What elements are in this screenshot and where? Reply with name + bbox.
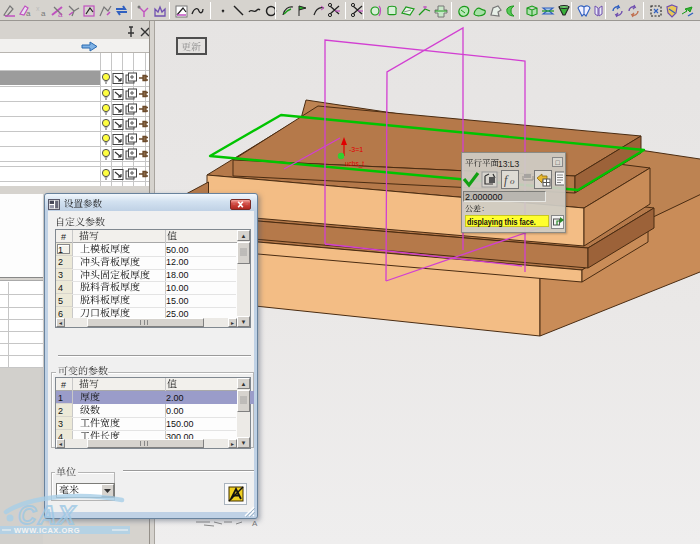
svg-text:x: x: [36, 5, 40, 12]
svg-text:uchs_t: uchs_t: [345, 160, 364, 168]
svg-text:o: o: [510, 176, 515, 186]
svg-text:a: a: [41, 9, 46, 18]
svg-text:a: a: [58, 10, 63, 19]
svg-text:CAX: CAX: [18, 501, 77, 529]
svg-text:-3=1: -3=1: [349, 146, 363, 153]
svg-text:WWW.ICAX.ORG: WWW.ICAX.ORG: [14, 526, 80, 535]
svg-text:a: a: [26, 9, 31, 18]
